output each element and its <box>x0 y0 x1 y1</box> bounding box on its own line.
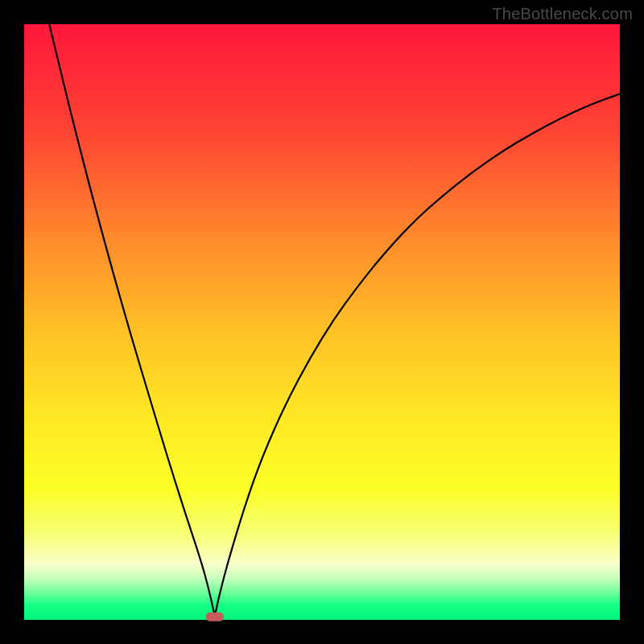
bottleneck-chart <box>0 0 644 644</box>
chart-container: TheBottleneck.com <box>0 0 644 644</box>
minimum-marker <box>206 613 224 621</box>
watermark: TheBottleneck.com <box>492 5 633 23</box>
plot-background <box>24 24 620 620</box>
